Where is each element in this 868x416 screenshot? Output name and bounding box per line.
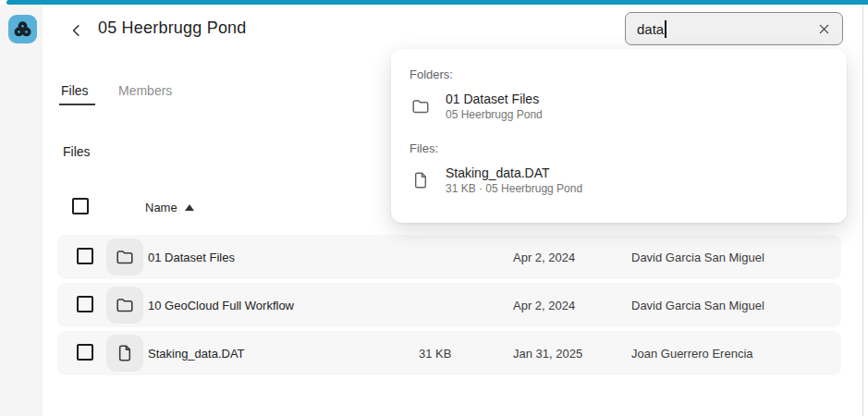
page-title: 05 Heerbrugg Pond [98, 18, 247, 38]
sidebar [0, 5, 43, 416]
search-results-dropdown: Folders: 01 Dataset Files 05 Heerbrugg P… [391, 49, 847, 223]
row-date: Jan 31, 2025 [513, 331, 582, 375]
app-window: 05 Heerbrugg Pond data Files Members Fil… [0, 0, 868, 416]
search-result-file[interactable]: Staking_data.DAT 31 KB · 05 Heerbrugg Po… [410, 165, 582, 195]
row-date: Apr 2, 2024 [513, 235, 575, 279]
row-name: Staking_data.DAT [148, 331, 245, 375]
dropdown-section-folders-label: Folders: [410, 67, 453, 81]
top-accent-bar [6, 0, 868, 5]
search-result-folder[interactable]: 01 Dataset Files 05 Heerbrugg Pond [410, 92, 543, 121]
chevron-left-icon [68, 22, 85, 39]
folder-icon [410, 96, 431, 116]
table-row[interactable]: 01 Dataset Files Apr 2, 2024 David Garci… [57, 235, 841, 279]
select-all-checkbox[interactable] [72, 198, 89, 214]
search-input[interactable]: data [625, 12, 843, 45]
row-date: Apr 2, 2024 [513, 283, 575, 327]
table-row[interactable]: Staking_data.DAT 31 KB Jan 31, 2025 Joan… [57, 331, 841, 375]
row-owner: David Garcia San Miguel [631, 283, 764, 327]
window-right-border [862, 5, 863, 416]
result-title: 01 Dataset Files [446, 92, 543, 106]
app-logo[interactable] [8, 15, 37, 43]
row-owner: Joan Guerrero Erencia [631, 331, 753, 375]
search-value: data [637, 21, 664, 37]
result-subtitle: 31 KB · 05 Heerbrugg Pond [446, 182, 582, 195]
tab-files[interactable]: Files [61, 83, 89, 98]
row-checkbox[interactable] [77, 344, 93, 361]
active-tab-underline [59, 104, 95, 105]
row-name: 10 GeoCloud Full Workflow [148, 283, 294, 327]
sort-ascending-icon [185, 204, 194, 211]
back-button[interactable] [67, 20, 87, 41]
file-icon [410, 170, 431, 190]
text-caret [665, 20, 666, 38]
row-owner: David Garcia San Miguel [631, 235, 764, 279]
folder-icon [106, 287, 143, 324]
row-checkbox[interactable] [77, 296, 93, 312]
cloud-trefoil-logo-icon [11, 18, 34, 41]
file-icon [106, 335, 143, 372]
table-row[interactable]: 10 GeoCloud Full Workflow Apr 2, 2024 Da… [57, 283, 841, 327]
column-header-name[interactable]: Name [145, 201, 177, 214]
row-name: 01 Dataset Files [148, 235, 235, 279]
files-section-label: Files [63, 144, 91, 159]
close-icon [817, 22, 831, 36]
row-checkbox[interactable] [77, 248, 93, 264]
result-title: Staking_data.DAT [446, 165, 582, 180]
row-size: 31 KB [419, 331, 451, 375]
folder-icon [106, 239, 143, 275]
tab-members[interactable]: Members [118, 83, 172, 98]
dropdown-section-files-label: Files: [410, 141, 438, 155]
result-subtitle: 05 Heerbrugg Pond [446, 108, 543, 121]
clear-search-button[interactable] [815, 20, 832, 37]
